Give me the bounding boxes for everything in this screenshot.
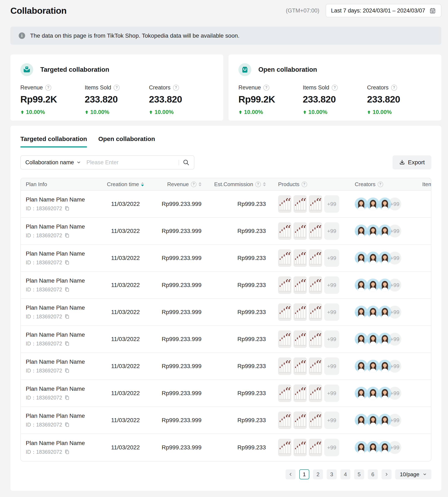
product-thumbnail[interactable] xyxy=(293,439,307,456)
creator-avatar[interactable] xyxy=(355,279,368,291)
product-thumbnail[interactable] xyxy=(309,249,322,267)
product-thumbnail[interactable] xyxy=(293,195,307,213)
products-more-badge[interactable]: +99 xyxy=(324,384,339,402)
tab-targeted-collaboration[interactable]: Targeted collaboration xyxy=(20,135,87,147)
pagination-page-button[interactable]: 2 xyxy=(313,469,323,479)
creator-avatar[interactable] xyxy=(367,441,380,454)
creator-avatar[interactable] xyxy=(378,387,391,400)
table-row[interactable]: Plan Name Plan Name ID：183692072 11/03/2… xyxy=(21,272,431,299)
product-thumbnail[interactable] xyxy=(293,330,307,348)
creator-avatar[interactable] xyxy=(355,360,368,373)
search-category-dropdown[interactable]: Collaboration name xyxy=(25,159,81,166)
products-more-badge[interactable]: +99 xyxy=(324,249,339,267)
products-more-badge[interactable]: +99 xyxy=(324,330,339,348)
product-thumbnail[interactable] xyxy=(309,384,322,402)
sort-revenue[interactable] xyxy=(199,182,201,186)
copy-icon[interactable] xyxy=(64,206,70,211)
creator-avatar[interactable] xyxy=(378,441,391,454)
date-range-picker[interactable]: Last 7 days: 2024/03/01 – 2024/03/07 xyxy=(326,4,441,17)
products-more-badge[interactable]: +99 xyxy=(324,195,339,213)
product-thumbnail[interactable] xyxy=(278,358,291,375)
pagination-page-button[interactable]: 4 xyxy=(340,469,350,479)
table-row[interactable]: Plan Name Plan Name ID：183692072 11/03/2… xyxy=(21,218,431,245)
help-icon[interactable]: ? xyxy=(114,85,120,91)
products-more-badge[interactable]: +99 xyxy=(324,439,339,456)
search-input[interactable] xyxy=(86,159,177,166)
pagination-page-button[interactable]: 6 xyxy=(368,469,378,479)
product-thumbnail[interactable] xyxy=(278,249,291,267)
creator-avatar[interactable] xyxy=(378,333,391,346)
products-more-badge[interactable]: +99 xyxy=(324,411,339,429)
products-more-badge[interactable]: +99 xyxy=(324,358,339,375)
creator-avatar[interactable] xyxy=(378,279,391,291)
help-icon[interactable]: ? xyxy=(45,85,51,91)
copy-icon[interactable] xyxy=(64,422,70,427)
creator-avatar[interactable] xyxy=(355,224,368,238)
creator-avatar[interactable] xyxy=(367,414,380,427)
copy-icon[interactable] xyxy=(64,449,70,455)
creator-avatar[interactable] xyxy=(355,441,368,454)
table-row[interactable]: Plan Name Plan Name ID：183692072 11/03/2… xyxy=(21,434,431,461)
creator-avatar[interactable] xyxy=(367,387,380,400)
help-icon[interactable]: ? xyxy=(191,182,196,187)
creator-avatar[interactable] xyxy=(355,333,368,346)
pagination-page-button[interactable]: 1 xyxy=(299,469,309,479)
creator-avatar[interactable] xyxy=(378,252,391,264)
product-thumbnail[interactable] xyxy=(278,411,291,429)
creator-avatar[interactable] xyxy=(367,252,380,264)
table-row[interactable]: Plan Name Plan Name ID：183692072 11/03/2… xyxy=(21,299,431,326)
copy-icon[interactable] xyxy=(64,260,70,265)
product-thumbnail[interactable] xyxy=(278,439,291,456)
table-row[interactable]: Plan Name Plan Name ID：183692072 11/03/2… xyxy=(21,245,431,272)
creator-avatar[interactable] xyxy=(378,414,391,427)
product-thumbnail[interactable] xyxy=(309,439,322,456)
product-thumbnail[interactable] xyxy=(293,276,307,294)
sort-creation-time[interactable] xyxy=(141,182,144,186)
creator-avatar[interactable] xyxy=(355,198,368,210)
sort-est-commission[interactable] xyxy=(263,182,266,186)
creator-avatar[interactable] xyxy=(378,224,391,238)
pagination-prev-button[interactable] xyxy=(286,469,296,479)
creator-avatar[interactable] xyxy=(355,387,368,400)
product-thumbnail[interactable] xyxy=(309,303,322,321)
product-thumbnail[interactable] xyxy=(293,249,307,267)
table-row[interactable]: Plan Name Plan Name ID：183692072 11/03/2… xyxy=(21,380,431,407)
pagination-page-button[interactable]: 3 xyxy=(327,469,337,479)
table-row[interactable]: Plan Name Plan Name ID：183692072 11/03/2… xyxy=(21,326,431,353)
help-icon[interactable]: ? xyxy=(263,85,269,91)
creator-avatar[interactable] xyxy=(367,306,380,319)
product-thumbnail[interactable] xyxy=(278,384,291,402)
product-thumbnail[interactable] xyxy=(278,276,291,294)
creator-avatar[interactable] xyxy=(367,333,380,346)
product-thumbnail[interactable] xyxy=(278,222,291,240)
help-icon[interactable]: ? xyxy=(391,85,397,91)
product-thumbnail[interactable] xyxy=(309,411,322,429)
creator-avatar[interactable] xyxy=(367,360,380,373)
creator-avatar[interactable] xyxy=(367,224,380,238)
copy-icon[interactable] xyxy=(64,341,70,346)
creator-avatar[interactable] xyxy=(355,414,368,427)
search-icon[interactable] xyxy=(183,159,190,166)
copy-icon[interactable] xyxy=(64,368,70,373)
product-thumbnail[interactable] xyxy=(278,303,291,321)
products-more-badge[interactable]: +99 xyxy=(324,276,339,294)
product-thumbnail[interactable] xyxy=(293,222,307,240)
creator-avatar[interactable] xyxy=(378,198,391,210)
product-thumbnail[interactable] xyxy=(278,195,291,213)
pagination-next-button[interactable] xyxy=(382,469,391,479)
creator-avatar[interactable] xyxy=(355,306,368,319)
table-row[interactable]: Plan Name Plan Name ID：183692072 11/03/2… xyxy=(21,353,431,380)
products-more-badge[interactable]: +99 xyxy=(324,303,339,321)
copy-icon[interactable] xyxy=(64,395,70,400)
product-thumbnail[interactable] xyxy=(293,358,307,375)
help-icon[interactable]: ? xyxy=(332,85,338,91)
tab-open-collaboration[interactable]: Open collaboration xyxy=(98,135,155,147)
product-thumbnail[interactable] xyxy=(293,303,307,321)
help-icon[interactable]: ? xyxy=(255,182,261,187)
product-thumbnail[interactable] xyxy=(293,384,307,402)
product-thumbnail[interactable] xyxy=(309,330,322,348)
product-thumbnail[interactable] xyxy=(309,358,322,375)
product-thumbnail[interactable] xyxy=(309,276,322,294)
creator-avatar[interactable] xyxy=(367,198,380,210)
creator-avatar[interactable] xyxy=(378,306,391,319)
